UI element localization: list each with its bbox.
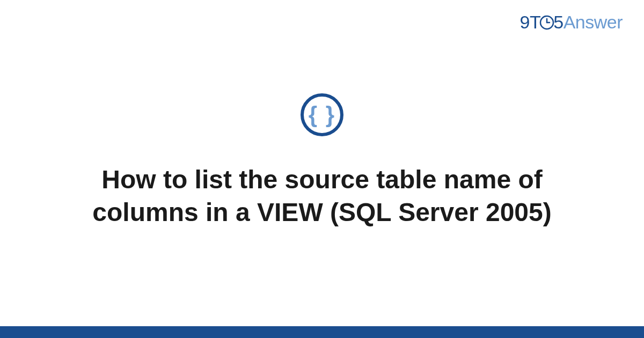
main-content: { } How to list the source table name of… (0, 0, 644, 338)
code-braces-icon: { } (309, 104, 335, 126)
question-title: How to list the source table name of col… (54, 163, 590, 229)
topic-icon-container: { } (301, 93, 343, 136)
footer-accent-bar (0, 326, 644, 338)
